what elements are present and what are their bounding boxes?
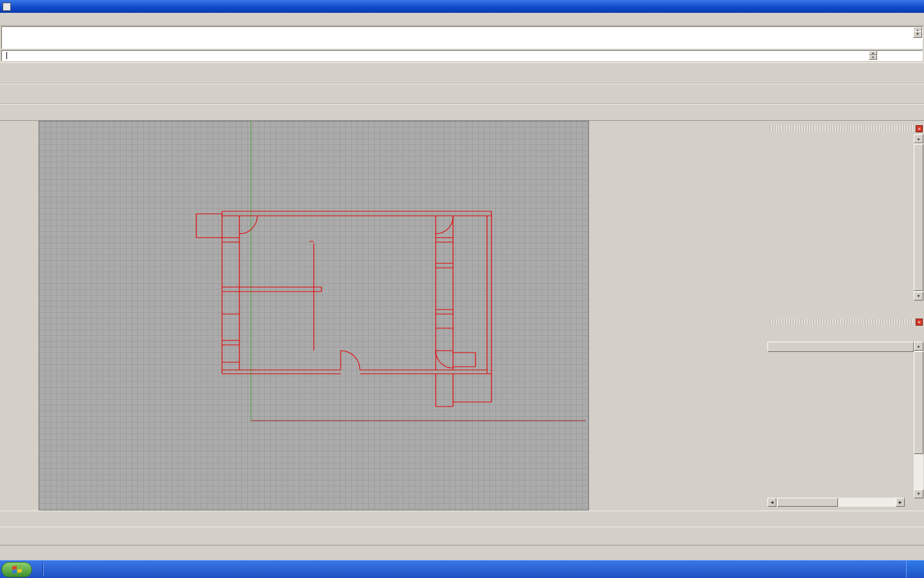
scrollbar-thumb[interactable] — [914, 144, 923, 291]
spinner-down-icon[interactable] — [869, 55, 877, 60]
text-caret — [6, 52, 7, 59]
status-bar — [0, 545, 924, 560]
layers-panel-header[interactable] — [766, 317, 923, 326]
workspace — [0, 121, 924, 511]
properties-scrollbar[interactable] — [914, 134, 923, 301]
layers-scrollbar[interactable] — [914, 342, 923, 498]
windows-taskbar — [0, 560, 924, 578]
panel-grip[interactable] — [769, 125, 913, 132]
osnap-bar — [0, 511, 924, 527]
properties-close-icon[interactable] — [916, 125, 923, 132]
command-history — [1, 26, 923, 49]
spinner-up-icon[interactable] — [869, 51, 877, 55]
taskbar-divider — [42, 563, 44, 576]
rhino-window — [0, 0, 924, 560]
layers-list-header[interactable] — [767, 342, 914, 352]
door-swing-arcs — [239, 216, 453, 370]
scroll-down-icon[interactable] — [913, 31, 922, 38]
toolbar-standard — [0, 62, 924, 83]
panel-grip[interactable] — [769, 319, 913, 325]
titlebar — [0, 0, 924, 13]
scrollbar-thumb[interactable] — [914, 351, 923, 454]
command-spinner — [869, 51, 877, 60]
toolbar-mini — [0, 104, 924, 121]
scroll-left-icon[interactable] — [767, 498, 776, 507]
scrollbar-thumb[interactable] — [777, 498, 838, 507]
properties-panel-header[interactable] — [766, 124, 923, 133]
viewport-top[interactable] — [38, 121, 589, 511]
command-input[interactable] — [1, 50, 923, 61]
menu-bar — [0, 13, 924, 26]
scroll-up-icon[interactable] — [914, 342, 923, 351]
command-history-line — [4, 38, 922, 49]
scroll-down-icon[interactable] — [914, 292, 923, 301]
layers-toolbar — [767, 328, 912, 340]
scroll-down-icon[interactable] — [914, 489, 923, 498]
system-tray — [906, 561, 924, 578]
toolbar-secondary — [0, 83, 924, 104]
command-history-line — [4, 27, 922, 38]
right-dock-panel — [765, 121, 924, 511]
floor-plan-drawing — [39, 121, 588, 510]
scroll-right-icon[interactable] — [896, 498, 905, 507]
layers-close-icon[interactable] — [916, 319, 923, 326]
windows-logo-icon — [12, 565, 22, 574]
plan-walls — [196, 211, 492, 407]
scroll-up-icon[interactable] — [914, 134, 923, 143]
layers-horizontal-scrollbar[interactable] — [767, 498, 905, 507]
app-icon — [3, 3, 11, 11]
command-history-scrollbar[interactable] — [913, 27, 922, 38]
toolbar-cplane — [0, 527, 924, 545]
start-button[interactable] — [1, 562, 32, 577]
